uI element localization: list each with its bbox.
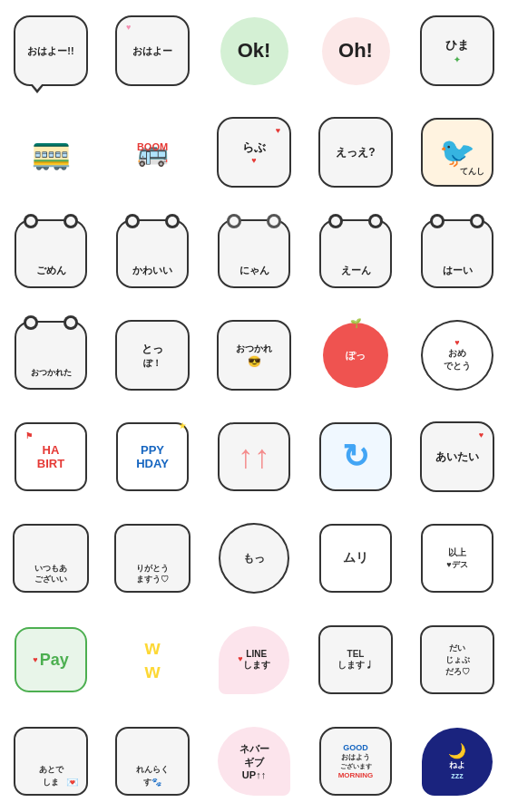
sticker-cell[interactable]: ムリ: [305, 508, 406, 609]
heart-deco: ♥: [276, 126, 280, 135]
sticker-cell[interactable]: にゃん: [203, 203, 305, 304]
sticker-cell[interactable]: 以上 ♥デス: [406, 508, 508, 609]
sticker-cell[interactable]: あとでしま 💌: [0, 710, 102, 812]
sticker-text: あいたい: [435, 450, 479, 465]
sticker-cell[interactable]: ♥ らぶ ♥: [203, 102, 305, 203]
bird-icon: 🐦: [439, 135, 475, 169]
sticker-cell[interactable]: ひま ✦: [406, 0, 508, 102]
sticker-text: Ok!: [238, 39, 271, 63]
deco: ✦: [454, 55, 461, 64]
sticker-text3: UP↑↑: [242, 769, 266, 780]
sticker-cell[interactable]: w w: [102, 609, 203, 710]
sticker-cell[interactable]: もっ: [203, 508, 305, 609]
sticker-ijou: 以上 ♥デス: [416, 517, 498, 599]
sticker-text: GOOD: [343, 743, 368, 752]
sticker-text2: BIRT: [37, 457, 64, 470]
sticker-cell[interactable]: 🚌 BOOM: [102, 102, 203, 203]
sticker-cell[interactable]: ↑↑: [203, 406, 305, 508]
sticker-cell[interactable]: いつもあございい: [0, 508, 102, 609]
sticker-tel: TEL します♩: [315, 619, 396, 701]
sticker-text: ぽっ: [346, 349, 366, 362]
sticker-text: TEL: [347, 649, 365, 659]
sticker-cell[interactable]: ↻: [305, 406, 406, 508]
sticker-cell[interactable]: Oh!: [305, 0, 406, 102]
sticker-oh: Oh!: [315, 10, 396, 92]
sticker-cell[interactable]: とっ ぽ！: [102, 304, 203, 406]
sticker-cell[interactable]: GOOD おはよう ございます MORNING: [305, 710, 406, 812]
sticker-atode: あとでしま 💌: [10, 720, 92, 802]
sticker-text: LINEします: [243, 649, 270, 672]
sticker-text: えーん: [341, 264, 371, 277]
sticker-eee: えっえ?: [315, 111, 396, 193]
sticker-cell[interactable]: ごめん: [0, 203, 102, 304]
sticker-cell[interactable]: ♥ LINEします: [203, 609, 305, 710]
sticker-text: ごめん: [36, 264, 66, 277]
sticker-cell[interactable]: えーん: [305, 203, 406, 304]
sticker-text: らぶ: [242, 140, 266, 156]
sticker-cell[interactable]: ぽっ 🌱: [305, 304, 406, 406]
sticker-cell[interactable]: れんらくす🐾: [102, 710, 203, 812]
sticker-ppyhday: ★ PPY HDAY: [112, 416, 193, 498]
arrow-up-icon: ↑↑: [238, 438, 270, 476]
sticker-cell[interactable]: ♥ あいたい: [406, 406, 508, 508]
confetti-deco: ★: [179, 421, 186, 430]
sticker-text: Oh!: [338, 39, 373, 63]
sticker-itsumo: いつもあございい: [10, 517, 92, 599]
sticker-arigatou: りがとうますう♡: [112, 517, 193, 599]
sticker-text: ひま: [445, 37, 469, 53]
sticker-w: w w: [112, 619, 193, 701]
sticker-arrow-cycle: ↻: [315, 416, 396, 498]
sticker-boom: 🚌 BOOM: [112, 111, 193, 193]
sticker-text: もっ: [243, 551, 265, 566]
heart-deco: ♥: [454, 338, 459, 347]
sticker-cell[interactable]: ネバー ギブ UP↑↑: [203, 710, 305, 812]
sticker-hima: ひま ✦: [416, 10, 498, 92]
sticker-neyo: 🌙 ねよ zzz: [416, 720, 498, 802]
sticker-cell[interactable]: 🐦 てんし: [406, 102, 508, 203]
sticker-text: 以上: [448, 546, 466, 559]
sticker-cell[interactable]: ⚑ HA BIRT: [0, 406, 102, 508]
sticker-text: だい: [449, 643, 465, 654]
sticker-cell[interactable]: りがとうますう♡: [102, 508, 203, 609]
sticker-cell[interactable]: Ok!: [203, 0, 305, 102]
heart-deco2: ♥: [251, 156, 256, 165]
boom-text: BOOM: [137, 141, 168, 152]
sticker-text: Pay: [40, 651, 69, 670]
sticker-ok: Ok!: [213, 10, 295, 92]
sticker-omedeto: ♥ おめ でとう: [416, 314, 498, 396]
sticker-nyan: にゃん: [213, 213, 295, 295]
sticker-cell[interactable]: ★ PPY HDAY: [102, 406, 203, 508]
sticker-cell[interactable]: 🚃: [0, 102, 102, 203]
sticker-text: おはよー!!: [27, 44, 73, 58]
sticker-text: おめ: [448, 347, 466, 360]
sticker-cell[interactable]: おつかれた: [0, 304, 102, 406]
sticker-otukare: おつかれ 😎: [213, 314, 295, 396]
sticker-text4: MORNING: [338, 771, 374, 779]
sticker-cell[interactable]: はーい: [406, 203, 508, 304]
sticker-renraku: れんらくす🐾: [112, 720, 193, 802]
sticker-text: かわいい: [132, 264, 172, 277]
sticker-een: えーん: [315, 213, 396, 295]
sticker-cell[interactable]: ♥ おはよー: [102, 0, 203, 102]
sticker-text: おつかれ: [236, 343, 272, 355]
sticker-bird: 🐦 てんし: [416, 111, 498, 193]
sticker-muri: ムリ: [315, 517, 396, 599]
sticker-aitai: ♥ あいたい: [416, 416, 498, 498]
sticker-cell[interactable]: 🌙 ねよ zzz: [406, 710, 508, 812]
sticker-cell[interactable]: おはよー!!: [0, 0, 102, 102]
sticker-cell[interactable]: ♥ おめ でとう: [406, 304, 508, 406]
heart-deco: ♥: [126, 23, 131, 32]
sticker-zzz: zzz: [451, 771, 464, 780]
sticker-text3: だろ♡: [445, 666, 470, 678]
sticker-cell[interactable]: えっえ?: [305, 102, 406, 203]
sticker-text3: ございます: [340, 762, 372, 771]
sticker-rabu: ♥ らぶ ♥: [213, 111, 295, 193]
sticker-cell[interactable]: ♥ Pay: [0, 609, 102, 710]
sticker-pay: ♥ Pay: [10, 619, 92, 701]
sticker-cell[interactable]: かわいい: [102, 203, 203, 304]
sticker-toppo: とっ ぽ！: [112, 314, 193, 396]
sticker-cell[interactable]: だい じょぶ だろ♡: [406, 609, 508, 710]
sticker-cell[interactable]: TEL します♩: [305, 609, 406, 710]
moon-icon: 🌙: [448, 742, 466, 759]
sticker-cell[interactable]: おつかれ 😎: [203, 304, 305, 406]
